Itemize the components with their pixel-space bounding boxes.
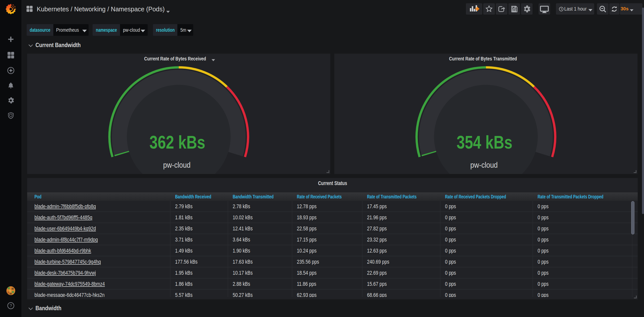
svg-text:?: ? (10, 303, 12, 308)
